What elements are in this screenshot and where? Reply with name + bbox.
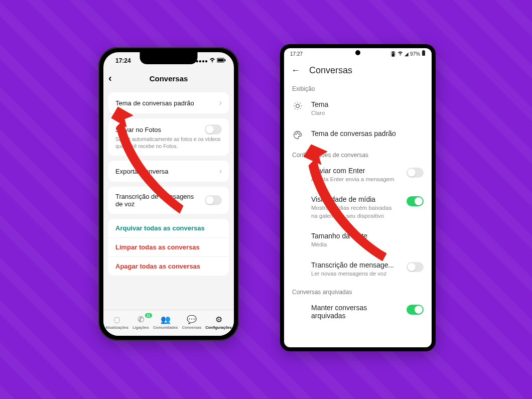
device-iphone: 17:24 ●●●● ‹ Conversas Tema de conversas…: [98, 47, 239, 341]
tab-label: Ligações: [132, 325, 149, 330]
row-label: Tema de conversas padrão: [115, 99, 219, 107]
ios-header: ‹ Conversas: [103, 69, 234, 87]
row-subtitle: Ler novas mensagens de voz: [311, 270, 398, 278]
action-clear-all[interactable]: Limpar todas as conversas: [108, 237, 229, 256]
row-label: Exportar conversa: [115, 168, 219, 175]
row-default-theme[interactable]: Tema de conversas padrão ›: [108, 92, 229, 113]
battery-icon: [217, 58, 226, 64]
android-header: ← Conversas: [284, 59, 432, 81]
page-title: Conversas: [309, 65, 352, 76]
tab-label: Atualizações: [105, 325, 128, 330]
tab-updates[interactable]: ◌ Atualizações: [105, 315, 128, 330]
gear-icon: ⚙: [214, 315, 224, 325]
tab-settings[interactable]: ⚙ Configurações: [205, 315, 232, 330]
palette-icon: [292, 129, 303, 141]
row-title: Enviar com Enter: [311, 167, 398, 175]
updates-icon: ◌: [112, 315, 122, 325]
signal-icon: ◢: [405, 51, 409, 57]
ios-clock: 17:24: [115, 57, 131, 64]
row-default-theme[interactable]: Tema de conversas padrão: [284, 124, 432, 148]
wifi-icon: [209, 58, 215, 64]
row-transcription[interactable]: Transcrição de mensage... Ler novas mens…: [284, 256, 432, 285]
chevron-right-icon: ›: [219, 167, 222, 176]
phone-icon: ✆: [136, 315, 146, 325]
ios-tabbar: ◌ Atualizações ✆ 11 Ligações 👥 Comunidad…: [103, 310, 234, 336]
svg-point-8: [299, 134, 300, 135]
row-subtitle: Média: [311, 241, 424, 249]
tab-label: Configurações: [205, 325, 232, 330]
row-title: Visibilidade de mídia: [311, 195, 398, 203]
row-enter-send[interactable]: Enviar com Enter A tecla Enter envia a m…: [284, 162, 432, 191]
toggle-transcription[interactable]: [205, 195, 222, 205]
row-label: Salvar no Fotos: [115, 126, 205, 134]
card-save-photos: Salvar no Fotos Salvar automaticamente a…: [108, 118, 229, 156]
communities-icon: 👥: [161, 315, 171, 325]
row-export[interactable]: Exportar conversa ›: [108, 161, 229, 182]
row-transcription[interactable]: Transcrição de mensagens de voz: [108, 187, 229, 214]
page-title: Conversas: [150, 74, 188, 83]
row-description: Salvar automaticamente as fotos e os víd…: [115, 136, 222, 150]
section-archived: Conversas arquivadas: [284, 285, 432, 299]
toggle-keep-archived[interactable]: [407, 305, 424, 315]
action-delete-all[interactable]: Apagar todas as conversas: [108, 256, 229, 276]
action-archive-all[interactable]: Arquivar todas as conversas: [108, 219, 229, 237]
battery-label: 97%: [410, 51, 420, 57]
tab-label: Comunidades: [153, 325, 178, 330]
background-pattern: [0, 0, 532, 399]
card-export: Exportar conversa ›: [108, 161, 229, 182]
svg-rect-4: [423, 50, 425, 51]
row-keep-archived[interactable]: Manter conversas arquivadas: [284, 299, 432, 327]
card-theme: Tema de conversas padrão ›: [108, 92, 229, 113]
device-android: 17:27 📳 ◢ 97% ← Conversas Exibição: [280, 44, 436, 351]
notch: [140, 52, 198, 64]
tab-chats[interactable]: 💬 Conversas: [182, 315, 201, 330]
row-label: Transcrição de mensagens de voz: [115, 193, 201, 208]
svg-point-6: [296, 134, 297, 135]
svg-point-5: [296, 104, 300, 108]
camera-hole: [355, 50, 360, 55]
tab-calls[interactable]: ✆ 11 Ligações: [132, 315, 149, 330]
toggle-transcription[interactable]: [407, 262, 424, 272]
toggle-enter-send[interactable]: [407, 168, 424, 178]
tab-communities[interactable]: 👥 Comunidades: [153, 315, 178, 330]
ios-status-icons: ●●●●: [196, 58, 226, 64]
row-theme[interactable]: Tema Claro: [284, 95, 432, 124]
row-title: Manter conversas arquivadas: [311, 304, 398, 320]
svg-rect-2: [225, 59, 226, 61]
row-title: Tema: [311, 100, 424, 108]
calls-badge: 11: [145, 313, 152, 318]
card-actions: Arquivar todas as conversas Limpar todas…: [108, 219, 229, 276]
tab-label: Conversas: [182, 325, 201, 330]
wifi-icon: [397, 51, 403, 57]
section-chat: Configurações de conversas: [284, 148, 432, 162]
row-media-visibility[interactable]: Visibilidade de mídia Mostrar mídias rec…: [284, 190, 432, 227]
svg-rect-1: [218, 59, 224, 62]
row-subtitle: A tecla Enter envia a mensagem: [311, 176, 398, 184]
row-subtitle: Mostrar mídias recém baixadas na galeria…: [311, 204, 398, 220]
ios-content: Tema de conversas padrão › Salvar no Fot…: [103, 87, 234, 276]
toggle-media-visibility[interactable]: [407, 196, 424, 206]
chats-icon: 💬: [187, 315, 197, 325]
card-transcription: Transcrição de mensagens de voz: [108, 187, 229, 214]
row-title: Tamanho da fonte: [311, 232, 424, 240]
row-subtitle: Claro: [311, 109, 424, 117]
back-button[interactable]: ←: [291, 65, 300, 76]
row-title: Transcrição de mensage...: [311, 261, 398, 269]
signal-icon: ●●●●: [196, 58, 208, 64]
battery-icon: [422, 50, 426, 57]
android-clock: 17:27: [290, 51, 303, 57]
svg-point-7: [297, 132, 298, 134]
back-button[interactable]: ‹: [108, 72, 112, 84]
chevron-right-icon: ›: [219, 98, 222, 107]
row-title: Tema de conversas padrão: [311, 129, 424, 138]
android-statusbar: 17:27 📳 ◢ 97%: [284, 48, 432, 59]
brightness-icon: [292, 100, 303, 111]
row-save-photos[interactable]: Salvar no Fotos Salvar automaticamente a…: [108, 118, 229, 156]
row-font-size[interactable]: Tamanho da fonte Média: [284, 227, 432, 256]
vibrate-icon: 📳: [390, 51, 396, 57]
section-display: Exibição: [284, 81, 432, 95]
toggle-save-photos[interactable]: [205, 124, 222, 135]
svg-rect-3: [422, 51, 425, 56]
